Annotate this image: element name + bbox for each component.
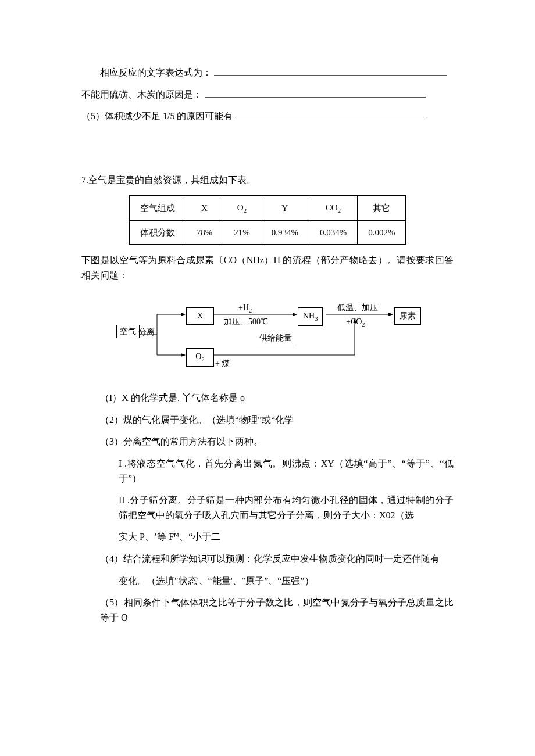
val-co2: 0.034% — [309, 221, 357, 245]
th-co2: CO2 — [309, 196, 357, 221]
urea-flow-diagram: 空气 分离 X O2 +H2 加压、500℃ NH3 低温、加压 +CO2 尿素… — [116, 297, 419, 372]
q7-part3-ii-a: II .分子筛分离。分子筛是一种内部分布有均匀微小孔径的固体，通过特制的分子筛把… — [81, 493, 454, 522]
q6-reason-label: 不能用硫磺、木炭的原因是： — [81, 89, 202, 99]
val-y: 0.934% — [261, 221, 309, 245]
q6-part5-line: （5）体积减少不足 1/5 的原因可能有 — [81, 109, 454, 124]
val-x: 78% — [186, 221, 223, 245]
th-o2: O2 — [223, 196, 261, 221]
box-urea: 尿素 — [394, 307, 421, 325]
row-label: 体积分数 — [129, 221, 186, 245]
table-row: 空气组成 X O2 Y CO2 其它 — [129, 196, 406, 221]
th-component: 空气组成 — [129, 196, 186, 221]
th-y: Y — [261, 196, 309, 221]
blank-equation[interactable] — [214, 66, 447, 76]
blank-volume-reason[interactable] — [235, 109, 427, 119]
label-co2: +CO2 — [346, 316, 365, 330]
q7-part2: （2）煤的气化属于变化。（选填“物理”或“化学 — [81, 413, 454, 428]
q7-part4-b: 变化。（选填″状态'、“能量'、″原子”、“压强”） — [81, 574, 454, 589]
q7-caption: 下图是以空气等为原料合成尿素〔CO（NHz）H 的流程（部分产物略去）。请按要求… — [81, 253, 454, 282]
q7-part3: （3）分离空气的常用方法有以下两种。 — [81, 434, 454, 449]
box-x: X — [186, 307, 214, 325]
label-split: 分离 — [138, 326, 155, 339]
q6-equation-line: 相应反应的文字表达式为： — [81, 65, 454, 80]
q7-part4-a: （4）结合流程和所学知识可以预测：化学反应中发生物质变化的同时一定还伴随有 — [81, 551, 454, 567]
q7-part5: （5）相同条件下气体体积之比等于分子数之比，则空气中氮分子与氧分子总质量之比等于… — [81, 595, 454, 625]
th-other: 其它 — [358, 196, 406, 221]
box-nh3: NH3 — [298, 307, 323, 327]
th-x: X — [186, 196, 223, 221]
val-other: 0.002% — [358, 221, 406, 245]
blank-reason[interactable] — [205, 88, 426, 98]
val-o2: 21% — [223, 221, 261, 245]
q7-part3-i: I .将液态空气气化，首先分离出氮气。则沸点：XY（选填“高于”、“等于”、“低… — [81, 456, 454, 486]
label-cond2: 低温、加压 — [337, 302, 378, 314]
box-air: 空气 — [116, 325, 140, 338]
air-composition-table: 空气组成 X O2 Y CO2 其它 体积分数 78% 21% 0.934% 0… — [129, 195, 406, 245]
q7-intro: 7.空气是宝贵的自然资源，其组成如下表。 — [81, 173, 454, 188]
q7-part1: （I）X 的化学式是, 丫气体名称是 o — [81, 390, 454, 406]
box-o2: O2 — [186, 348, 214, 367]
q7-part3-ii-b: 实大 P、’等 Fᴹ、“小于二 — [81, 529, 454, 544]
q6-eq-label: 相应反应的文字表达式为： — [100, 67, 212, 77]
q6-part5-label: （5）体积减少不足 1/5 的原因可能有 — [81, 111, 233, 121]
label-coal: + 煤 — [215, 357, 230, 370]
table-row: 体积分数 78% 21% 0.934% 0.034% 0.002% — [129, 221, 406, 245]
label-supply: 供给能量 — [256, 332, 295, 345]
q6-reason-line: 不能用硫磺、木炭的原因是： — [81, 87, 454, 102]
label-h2: +H2 — [238, 302, 252, 316]
label-cond1: 加压、500℃ — [224, 316, 268, 328]
